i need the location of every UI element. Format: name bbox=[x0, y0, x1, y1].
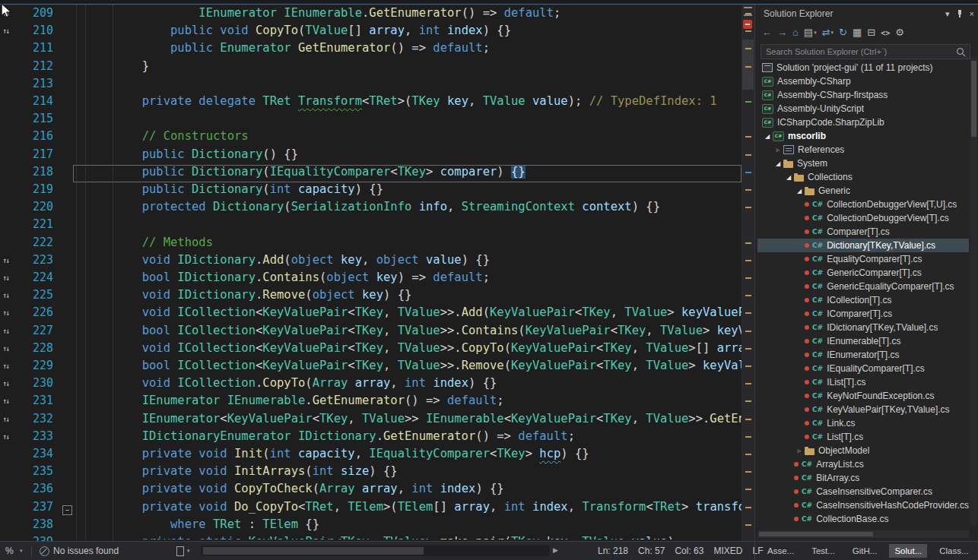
line-number[interactable]: 221 bbox=[33, 217, 53, 235]
tree-item[interactable]: C#CollectionDebuggerView[T].cs bbox=[757, 211, 969, 225]
expander-closed-icon[interactable]: ▹ bbox=[773, 146, 783, 153]
expander-closed-icon[interactable]: ▹ bbox=[794, 447, 805, 454]
code-line[interactable]: private void Do_CopyTo<TRet, TElem>(TEle… bbox=[73, 500, 741, 517]
expander-open-icon[interactable]: ◢ bbox=[773, 160, 783, 167]
home-icon[interactable]: ⌂ bbox=[792, 27, 799, 39]
editor-horizontal-scrollbar[interactable] bbox=[201, 546, 549, 556]
sync-with-active-document-icon[interactable]: ⇄▾ bbox=[822, 27, 834, 39]
line-number[interactable]: 220 bbox=[33, 200, 53, 217]
line-number[interactable]: 238 bbox=[33, 517, 53, 535]
tree-vertical-scrollbar[interactable] bbox=[970, 56, 977, 526]
line-number[interactable]: 228 bbox=[33, 341, 53, 359]
pin-icon[interactable] bbox=[957, 9, 963, 18]
tree-item[interactable]: C#IComparer[T].cs bbox=[757, 307, 969, 321]
search-icon[interactable] bbox=[957, 48, 964, 55]
tree-item[interactable]: C#IDictionary[TKey,TValue].cs bbox=[757, 321, 969, 334]
tree-item[interactable]: C#CollectionDebuggerView[T,U].cs bbox=[757, 198, 969, 211]
scrollbar-thumb[interactable] bbox=[759, 532, 873, 536]
line-number[interactable]: 223 bbox=[33, 253, 53, 271]
implements-glyph[interactable]: ↑↓ bbox=[2, 379, 16, 388]
code-line[interactable]: bool ICollection<KeyValuePair<TKey, TVal… bbox=[73, 324, 741, 341]
line-number[interactable]: 235 bbox=[33, 464, 53, 482]
code-line[interactable] bbox=[73, 217, 741, 235]
tree-item[interactable]: C#IEnumerable[T].cs bbox=[757, 334, 969, 348]
tool-window-tab[interactable]: Solut... bbox=[889, 544, 927, 558]
tree-item[interactable]: C#KeyValuePair[TKey,TValue].cs bbox=[757, 403, 969, 416]
tree-item[interactable]: Solution 'project-gui' (11 of 11 project… bbox=[757, 61, 969, 74]
error-badge-icon[interactable] bbox=[743, 20, 752, 29]
scrollbar-thumb[interactable] bbox=[203, 547, 424, 555]
tree-item[interactable]: ▹ObjectModel bbox=[757, 444, 969, 457]
code-line[interactable]: private void Init(int capacity, IEqualit… bbox=[73, 447, 741, 464]
tree-item[interactable]: C#CaseInsensitiveHashCodeProvider.cs bbox=[757, 498, 969, 512]
tree-item[interactable]: ◢Generic bbox=[757, 184, 969, 198]
tree-item[interactable]: C#ICollection[T].cs bbox=[757, 293, 969, 307]
tree-item[interactable]: C#IEqualityComparer[T].cs bbox=[757, 362, 969, 375]
tree-item[interactable]: C#IEnumerator[T].cs bbox=[757, 348, 969, 362]
code-line[interactable]: private delegate TRet Transform<TRet>(TK… bbox=[73, 94, 741, 112]
window-position-icon[interactable]: ▾ bbox=[945, 9, 950, 18]
tool-window-tab[interactable]: Test... bbox=[806, 544, 840, 558]
line-number[interactable]: 231 bbox=[33, 394, 53, 411]
tree-item[interactable]: C#ICSharpCode.SharpZipLib bbox=[757, 115, 969, 129]
code-line[interactable]: private void CopyToCheck(Array array, in… bbox=[73, 482, 741, 499]
fold-collapse-box[interactable]: − bbox=[62, 505, 72, 515]
tree-item[interactable]: ◢C#mscorlib bbox=[757, 129, 969, 143]
line-number[interactable]: 214 bbox=[33, 94, 53, 112]
code-line[interactable]: // Methods bbox=[73, 236, 741, 253]
tree-item[interactable]: C#BitArray.cs bbox=[757, 471, 969, 485]
tree-item[interactable]: C#EqualityComparer[T].cs bbox=[757, 252, 969, 266]
line-number[interactable]: 211 bbox=[33, 41, 53, 59]
code-line[interactable]: void IDictionary.Remove(object key) {} bbox=[73, 288, 741, 305]
panel-header[interactable]: Solution Explorer ▾× bbox=[757, 5, 978, 23]
line-number[interactable]: 233 bbox=[33, 429, 53, 447]
expander-open-icon[interactable]: ◢ bbox=[762, 133, 773, 140]
splitter-grip-icon[interactable] bbox=[744, 7, 752, 16]
tree-item[interactable]: ▹References bbox=[757, 143, 969, 157]
code-line[interactable]: void IDictionary.Add(object key, object … bbox=[73, 253, 741, 271]
expander-open-icon[interactable]: ◢ bbox=[783, 174, 794, 181]
implements-glyph[interactable]: ↑↓ bbox=[2, 327, 16, 335]
line-number[interactable]: 236 bbox=[33, 482, 53, 499]
health-dropdown-icon[interactable]: ▾ bbox=[187, 548, 190, 554]
line-number[interactable]: 219 bbox=[33, 182, 53, 200]
code-editor-pane[interactable]: ↑↓↑↓↑↓↑↓↑↓↑↓↑↓↑↓↑↓↑↓↑↓↑↓↑↓ 2092102112122… bbox=[0, 5, 741, 541]
code-line[interactable] bbox=[73, 77, 741, 94]
line-number[interactable]: 215 bbox=[33, 112, 53, 129]
implements-glyph[interactable]: ↑↓ bbox=[2, 27, 16, 35]
tree-item[interactable]: C#GenericEqualityComparer[T].cs bbox=[757, 280, 969, 293]
line-number[interactable]: 226 bbox=[33, 305, 53, 323]
code-line[interactable]: protected Dictionary(SerializationInfo i… bbox=[73, 200, 741, 217]
code-line[interactable]: IEnumerator IEnumerable.GetEnumerator() … bbox=[73, 394, 741, 411]
back-icon[interactable]: ← bbox=[762, 27, 772, 39]
line-number[interactable]: 213 bbox=[33, 77, 53, 94]
code-line[interactable]: bool ICollection<KeyValuePair<TKey, TVal… bbox=[73, 359, 741, 376]
code-line[interactable]: // Constructors bbox=[73, 129, 741, 147]
code-text-area[interactable]: IEnumerator IEnumerable.GetEnumerator() … bbox=[73, 5, 741, 539]
code-line[interactable]: public Dictionary(IEqualityComparer<TKey… bbox=[73, 165, 741, 182]
switch-views-icon[interactable]: ▤▾ bbox=[804, 27, 817, 39]
line-number[interactable]: 210 bbox=[33, 24, 53, 41]
view-code-icon[interactable]: <> bbox=[881, 29, 890, 37]
line-number[interactable]: 212 bbox=[33, 59, 53, 77]
code-line[interactable]: public Dictionary(int capacity) {} bbox=[73, 182, 741, 200]
properties-icon[interactable]: ⚙ bbox=[895, 27, 904, 39]
line-number[interactable]: 218 bbox=[33, 165, 53, 182]
implements-glyph[interactable]: ↑↓ bbox=[2, 362, 16, 370]
tree-item[interactable]: C#Assembly-UnityScript bbox=[757, 102, 969, 115]
tree-item[interactable]: C#Link.cs bbox=[757, 416, 969, 430]
tree-item[interactable]: C#Assembly-CSharp bbox=[757, 74, 969, 88]
implements-glyph[interactable]: ↑↓ bbox=[2, 308, 16, 317]
tree-item[interactable]: C#IList[T].cs bbox=[757, 375, 969, 389]
code-line[interactable]: IDictionaryEnumerator IDictionary.GetEnu… bbox=[73, 429, 741, 447]
code-line[interactable]: public Dictionary() {} bbox=[73, 147, 741, 165]
close-icon[interactable]: × bbox=[970, 9, 974, 18]
code-line[interactable]: private static KeyValuePair<TKey, TValue… bbox=[73, 535, 741, 539]
show-all-files-icon[interactable]: ▦ bbox=[853, 27, 862, 39]
forward-icon[interactable]: → bbox=[777, 27, 787, 39]
collapse-all-icon[interactable]: ⊟ bbox=[867, 27, 875, 39]
code-line[interactable]: void ICollection<KeyValuePair<TKey, TVal… bbox=[73, 305, 741, 323]
glyph-margin[interactable]: ↑↓↑↓↑↓↑↓↑↓↑↓↑↓↑↓↑↓↑↓↑↓↑↓↑↓ bbox=[0, 5, 17, 541]
line-number[interactable]: 230 bbox=[33, 376, 53, 394]
implements-glyph[interactable]: ↑↓ bbox=[2, 344, 16, 353]
